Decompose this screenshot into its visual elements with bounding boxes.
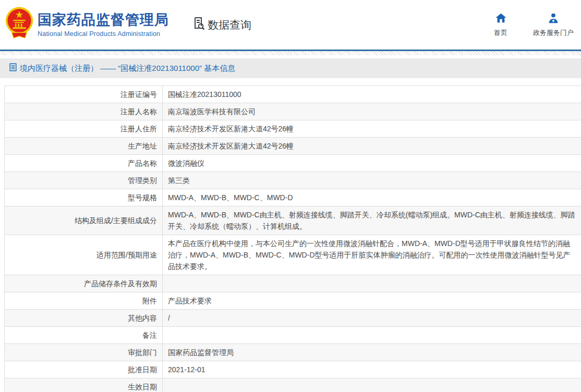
row-label: 其他内容: [5, 310, 163, 326]
nav-item-label: 政务服务门户: [533, 28, 574, 38]
row-value: 第三类: [163, 172, 581, 189]
table-row: 生效日期: [5, 378, 581, 392]
nav-item-label: 首页: [494, 28, 507, 38]
row-label: 适用范围/预期用途: [5, 235, 163, 275]
row-value: 南京经济技术开发区新港大道42号26幢: [163, 120, 581, 137]
table-row: 审批部门国家药品监督管理局: [5, 344, 581, 361]
row-label: 注册人住所: [5, 120, 163, 137]
table-row: 结构及组成/主要组成成分MWD-A、MWD-B、MWD-C由主机、射频连接线缆、…: [5, 206, 581, 235]
table-row: 批准日期2021-12-01: [5, 361, 581, 378]
row-label: 注册证编号: [5, 86, 163, 103]
hatched-band: [0, 51, 581, 55]
home-icon: [495, 13, 507, 26]
row-value: [163, 333, 581, 338]
row-label: 备注: [5, 327, 163, 344]
national-emblem-logo: [5, 5, 33, 45]
table-row: 型号规格MWD-A、MWD-B、MWD-C、MWD-D: [5, 189, 581, 206]
row-label: 批准日期: [5, 361, 163, 378]
row-label: 生效日期: [5, 378, 163, 392]
nav-item-home[interactable]: 首页: [488, 13, 513, 38]
row-value: 南京经济技术开发区新港大道42号26幢: [163, 138, 581, 154]
table-row: 注册人名称南京瑞波医学科技有限公司: [5, 103, 581, 120]
row-label: 管理类别: [5, 172, 163, 189]
page-title-bar: 境内医疗器械（注册） —— “国械注准20213011000” 基本信息: [0, 58, 581, 78]
user-icon: [548, 13, 559, 26]
row-value: [163, 281, 581, 286]
brand-block: 国家药品监督管理局 National Medical Products Admi…: [38, 12, 169, 37]
row-label: 附件: [5, 292, 163, 309]
row-value: 微波消融仪: [163, 155, 581, 172]
row-value: /: [163, 310, 581, 326]
row-label: 生产地址: [5, 138, 163, 154]
data-query-label: 数据查询: [208, 18, 251, 32]
brand-title: 国家药品监督管理局: [38, 12, 169, 28]
table-row: 产品储存条件及有效期: [5, 275, 581, 292]
row-value: 本产品在医疗机构中使用，与本公司生产的一次性使用微波消融针配合，MWD-A、MW…: [163, 235, 581, 275]
data-query-nav[interactable]: 数据查询: [191, 16, 251, 33]
table-row: 产品名称微波消融仪: [5, 155, 581, 172]
table-row: 注册人住所南京经济技术开发区新港大道42号26幢: [5, 120, 581, 138]
table-row: 注册证编号国械注准20213011000: [5, 86, 581, 103]
table-row: 其他内容/: [5, 310, 581, 327]
table-row: 管理类别第三类: [5, 172, 581, 189]
spacer: [0, 78, 581, 85]
header-nav: 首页 政务服务门户: [488, 13, 574, 38]
row-label: 型号规格: [5, 189, 163, 206]
table-row: 附件产品技术要求: [5, 292, 581, 310]
document-search-icon: [191, 16, 208, 33]
registration-info-table: 注册证编号国械注准20213011000注册人名称南京瑞波医学科技有限公司注册人…: [4, 85, 581, 392]
table-row: 备注: [5, 327, 581, 344]
row-value: 产品技术要求: [163, 292, 581, 309]
row-value: [163, 384, 581, 389]
row-value: 国家药品监督管理局: [163, 344, 581, 361]
row-label: 审批部门: [5, 344, 163, 361]
site-header: 国家药品监督管理局 National Medical Products Admi…: [0, 0, 581, 50]
document-icon: [9, 63, 20, 74]
row-label: 产品名称: [5, 155, 163, 172]
row-label: 注册人名称: [5, 103, 163, 120]
table-row: 生产地址南京经济技术开发区新港大道42号26幢: [5, 138, 581, 155]
row-value: 南京瑞波医学科技有限公司: [163, 103, 581, 120]
nav-item-gov-portal[interactable]: 政务服务门户: [533, 13, 574, 38]
row-label: 产品储存条件及有效期: [5, 275, 163, 292]
row-label: 结构及组成/主要组成成分: [5, 206, 163, 235]
row-value: MWD-A、MWD-B、MWD-C由主机、射频连接线缆、脚踏开关、冷却系统(蠕动…: [163, 206, 581, 235]
row-value: MWD-A、MWD-B、MWD-C、MWD-D: [163, 189, 581, 206]
table-row: 适用范围/预期用途本产品在医疗机构中使用，与本公司生产的一次性使用微波消融针配合…: [5, 235, 581, 275]
row-value: 国械注准20213011000: [163, 86, 581, 103]
page-title: 境内医疗器械（注册） —— “国械注准20213011000” 基本信息: [20, 64, 235, 74]
row-value: 2021-12-01: [163, 361, 581, 378]
brand-subtitle: National Medical Products Administration: [38, 30, 169, 38]
